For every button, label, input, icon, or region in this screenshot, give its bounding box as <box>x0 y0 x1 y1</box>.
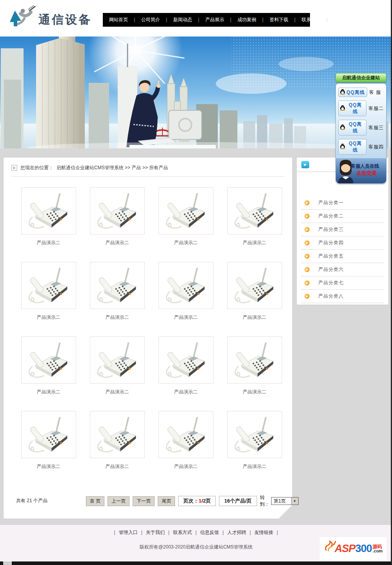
nav-item-成功案例[interactable]: 成功案例 <box>237 16 256 23</box>
product-image[interactable] <box>227 187 282 234</box>
nav-item-网站首页[interactable]: 网站首页 <box>109 16 128 23</box>
product-image[interactable] <box>90 262 145 309</box>
product-image[interactable] <box>227 262 282 309</box>
product-caption-link[interactable]: 产品演示二 <box>14 463 83 470</box>
qq-penguin-icon <box>340 124 345 131</box>
footer-separator: | <box>222 530 224 535</box>
page-button-上一页[interactable]: 上一页 <box>108 496 129 506</box>
qq-service-row: QQ离线客服三 <box>338 120 384 135</box>
product-caption-link[interactable]: 产品演示二 <box>220 240 289 246</box>
category-label: 产品分类三 <box>318 226 344 233</box>
sidebar-item-产品分类八[interactable]: ▶产品分类八 <box>301 290 384 303</box>
footer-link-关于我们[interactable]: 关于我们 <box>146 530 165 535</box>
site-logo[interactable]: 通信设备 <box>9 5 92 29</box>
footer-separator: | <box>250 530 251 535</box>
sidebar-item-产品分类四[interactable]: ▶产品分类四 <box>301 236 384 250</box>
phone-product-icon <box>232 266 277 305</box>
product-image[interactable] <box>227 411 282 458</box>
sidebar-item-产品分类三[interactable]: ▶产品分类三 <box>301 223 384 236</box>
product-image[interactable] <box>21 187 76 234</box>
page-button-下一页[interactable]: 下一页 <box>133 496 155 506</box>
product-item: 产品演示二 <box>83 336 151 411</box>
product-caption-link[interactable]: 产品演示二 <box>83 463 151 470</box>
arrow-bullet-icon: ▶ <box>304 200 310 205</box>
qq-online-button[interactable]: QQ离线 <box>338 88 367 97</box>
nav-separator: ｜ <box>164 16 169 23</box>
qq-click-to-chat-link[interactable]: 点击交流 <box>356 170 377 177</box>
product-image[interactable] <box>21 411 76 458</box>
sidebar-item-产品分类五[interactable]: ▶产品分类五 <box>301 250 384 263</box>
breadcrumb-marker-icon: ▸ <box>11 165 17 171</box>
product-caption-link[interactable]: 产品演示二 <box>83 314 151 321</box>
product-image[interactable] <box>159 262 213 309</box>
footer-separator: | <box>168 530 170 535</box>
arrow-bullet-icon: ▶ <box>304 280 310 285</box>
footer-link-联系方式[interactable]: 联系方式 <box>173 530 192 535</box>
product-caption-link[interactable]: 产品演示二 <box>83 389 151 395</box>
qq-panel-title: 启航通信企业建站 <box>335 73 387 82</box>
category-label: 产品分类八 <box>318 293 344 300</box>
product-image[interactable] <box>21 336 76 384</box>
nav-item-新闻动态[interactable]: 新闻动态 <box>173 16 192 23</box>
phone-product-icon <box>26 191 71 230</box>
product-image[interactable] <box>90 411 145 458</box>
goto-label: 转到： <box>260 494 270 508</box>
product-image[interactable] <box>90 187 145 234</box>
footer-separator: | <box>141 530 142 535</box>
product-image[interactable] <box>159 411 213 458</box>
page-button-尾页[interactable]: 尾页 <box>158 496 175 506</box>
asp300-num-text: 300 <box>355 543 372 555</box>
product-caption-link[interactable]: 产品演示二 <box>220 389 289 395</box>
asp300-com-text: .com <box>372 549 383 553</box>
qq-service-row: QQ离线客 服 <box>338 88 384 97</box>
nav-item-公司简介[interactable]: 公司简介 <box>141 16 160 23</box>
qq-online-button[interactable]: QQ离线 <box>338 139 366 155</box>
footer-link-信息反馈[interactable]: 信息反馈 <box>200 530 219 535</box>
nav-item-产品展示[interactable]: 产品展示 <box>205 16 224 23</box>
product-caption-link[interactable]: 产品演示二 <box>220 463 289 470</box>
product-caption-link[interactable]: 产品演示二 <box>83 240 151 246</box>
product-image[interactable] <box>159 336 213 384</box>
product-caption-link[interactable]: 产品演示二 <box>151 389 220 395</box>
phone-product-icon <box>26 340 71 380</box>
product-caption-link[interactable]: 产品演示二 <box>14 389 83 395</box>
phone-product-icon <box>232 191 277 230</box>
product-item: 产品演示二 <box>14 262 83 336</box>
pagination: 首 页上一页下一页尾页 页次：1/2页 16个产品/页 转到： 第1页 ▼ <box>86 494 299 508</box>
sidebar-item-产品分类七[interactable]: ▶产品分类七 <box>301 276 384 290</box>
product-image[interactable] <box>159 187 213 234</box>
qq-online-button[interactable]: QQ离线 <box>338 120 366 135</box>
product-caption-link[interactable]: 产品演示二 <box>14 240 83 246</box>
product-caption-link[interactable]: 产品演示二 <box>151 314 220 321</box>
page-select[interactable]: 第1页 ▼ <box>271 497 299 505</box>
sidebar-item-产品分类一[interactable]: ▶产品分类一 <box>301 196 384 210</box>
breadcrumb-path[interactable]: 启航通信企业建站CMS管理系统 >> 产品 >> 所有产品 <box>57 165 168 171</box>
product-image[interactable] <box>227 336 282 384</box>
footer-link-友情链接[interactable]: 友情链接 <box>254 530 273 535</box>
product-caption-link[interactable]: 产品演示二 <box>220 314 289 321</box>
sidebar-item-产品分类六[interactable]: ▶产品分类六 <box>301 263 384 276</box>
bottom-window-bar <box>0 561 392 565</box>
footer-separator: | <box>114 530 115 535</box>
footer-link-管理入口[interactable]: 管理入口 <box>119 530 138 535</box>
product-caption-link[interactable]: 产品演示二 <box>151 240 220 246</box>
product-item: 产品演示二 <box>151 262 220 336</box>
page-button-首 页[interactable]: 首 页 <box>86 496 104 506</box>
product-image[interactable] <box>21 262 76 309</box>
product-item: 产品演示二 <box>151 336 220 411</box>
product-image[interactable] <box>90 336 145 384</box>
product-caption-link[interactable]: 产品演示二 <box>14 314 83 321</box>
footer-link-人才招聘[interactable]: 人才招聘 <box>227 530 246 535</box>
phone-product-icon <box>232 415 277 454</box>
nav-item-联系我们[interactable]: 联系我们 <box>302 16 321 23</box>
nav-item-资料下载[interactable]: 资料下载 <box>270 16 288 23</box>
sidebar-item-产品分类二[interactable]: ▶产品分类二 <box>301 210 384 223</box>
chevron-down-icon[interactable]: ▼ <box>291 497 298 505</box>
qq-online-button[interactable]: QQ离线 <box>338 101 366 116</box>
qq-panel-footer[interactable]: 客服人员在线 点击交流 <box>336 158 386 183</box>
product-caption-link[interactable]: 产品演示二 <box>151 463 220 470</box>
breadcrumb: ▸ 您现在的位置：启航通信企业建站CMS管理系统 >> 产品 >> 所有产品 <box>11 165 168 171</box>
per-page-info: 16个产品/页 <box>219 496 257 506</box>
asp300-logo[interactable]: ASP300 源码 .com <box>320 537 387 560</box>
asp300-yuanma-text: 源码 <box>372 544 382 549</box>
